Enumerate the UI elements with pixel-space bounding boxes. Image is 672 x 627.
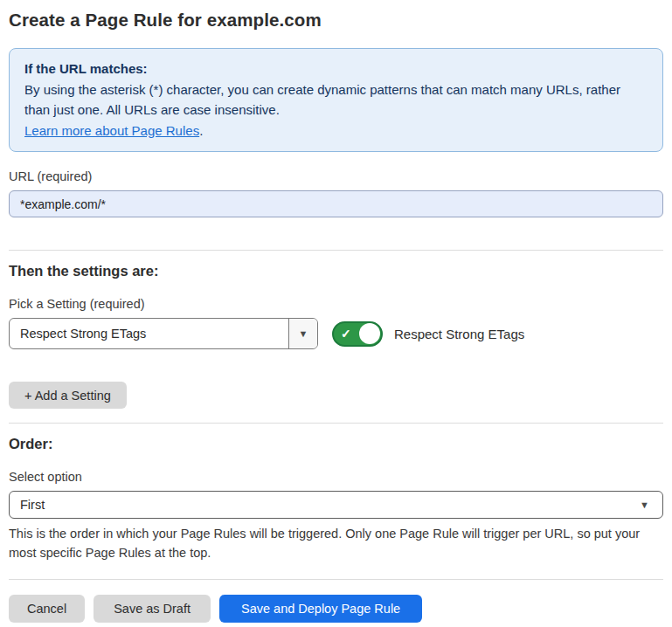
add-setting-button[interactable]: + Add a Setting [9, 382, 127, 409]
setting-select-value: Respect Strong ETags [10, 319, 288, 348]
toggle-knob [359, 323, 380, 344]
url-input[interactable] [9, 190, 663, 217]
info-box-link-line: Learn more about Page Rules. [24, 121, 648, 141]
chevron-down-icon: ▼ [640, 500, 649, 510]
setting-toggle[interactable]: ✓ [332, 321, 383, 347]
divider [9, 423, 663, 424]
page-container: Create a Page Rule for example.com If th… [0, 10, 672, 623]
settings-section-heading: Then the settings are: [9, 263, 663, 279]
divider [9, 579, 663, 580]
info-box-body: By using the asterisk (*) character, you… [24, 79, 648, 121]
order-section-heading: Order: [9, 436, 663, 452]
learn-more-link[interactable]: Learn more about Page Rules [24, 123, 199, 138]
cancel-button[interactable]: Cancel [9, 595, 85, 623]
save-as-draft-button[interactable]: Save as Draft [94, 595, 211, 623]
actions-row: Cancel Save as Draft Save and Deploy Pag… [9, 595, 663, 623]
check-icon: ✓ [341, 327, 351, 341]
order-select-arrow: ▼ [640, 492, 662, 518]
divider [9, 250, 663, 251]
setting-select[interactable]: Respect Strong ETags ▼ [9, 318, 318, 349]
setting-row: Respect Strong ETags ▼ ✓ Respect Strong … [9, 318, 663, 349]
url-field-label: URL (required) [9, 169, 663, 183]
save-and-deploy-button[interactable]: Save and Deploy Page Rule [219, 595, 422, 623]
order-select-label: Select option [9, 470, 663, 484]
info-box-heading: If the URL matches: [24, 59, 648, 79]
setting-toggle-label: Respect Strong ETags [394, 327, 524, 341]
url-match-info-box: If the URL matches: By using the asteris… [9, 48, 663, 152]
order-select[interactable]: First ▼ [9, 491, 663, 519]
page-title: Create a Page Rule for example.com [9, 10, 663, 31]
link-suffix: . [199, 123, 203, 138]
setting-select-arrow-button[interactable]: ▼ [288, 319, 317, 348]
chevron-down-icon: ▼ [299, 329, 308, 339]
order-select-value: First [10, 492, 640, 518]
order-help-text: This is the order in which your Page Rul… [9, 524, 663, 562]
setting-picker-label: Pick a Setting (required) [9, 297, 663, 311]
